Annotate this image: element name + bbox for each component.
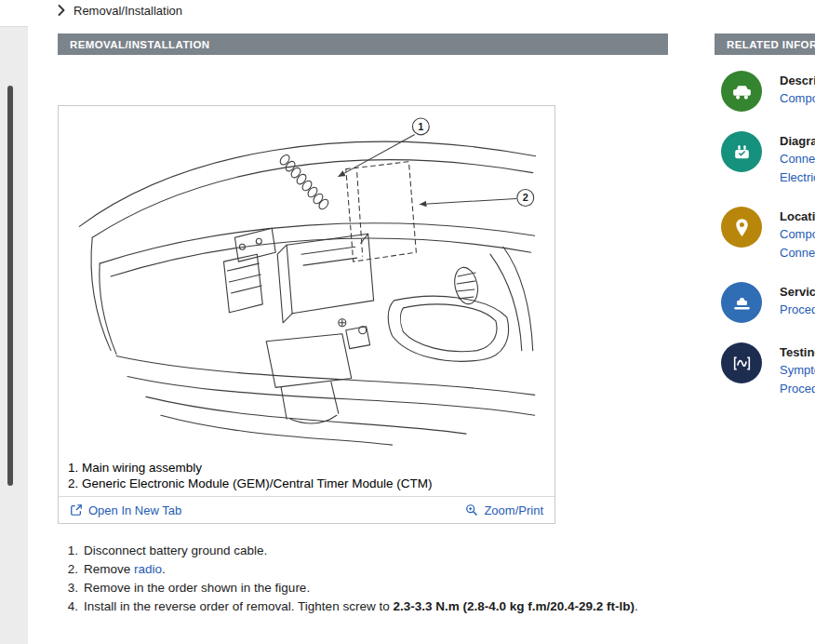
figure-caption-line-1: 1. Main wiring assembly: [68, 460, 545, 476]
related-link[interactable]: Electrical Diagrams: [780, 168, 815, 187]
step-number: 1.: [60, 542, 78, 560]
step-item: 3. Remove in the order shown in the figu…: [60, 579, 804, 597]
related-link[interactable]: Connector Locations: [780, 244, 815, 262]
related-link[interactable]: Procedures: [780, 301, 815, 319]
procedure-steps: 1. Disconnect battery ground cable. 2. R…: [60, 542, 804, 616]
waveform-icon[interactable]: [721, 342, 762, 383]
figure-footer: Open In New Tab Zoom/Print: [59, 496, 554, 523]
step-number: 3.: [60, 579, 78, 597]
zoom-print-link[interactable]: Zoom/Print: [465, 503, 543, 517]
related-title: Locations: [780, 208, 815, 225]
related-link[interactable]: Symptoms: [780, 361, 815, 380]
radio-link[interactable]: radio: [134, 562, 162, 576]
section-header-removal-installation: REMOVAL/INSTALLATION: [58, 34, 668, 55]
zoom-icon: [465, 503, 478, 517]
connector-icon[interactable]: [721, 131, 762, 172]
location-pin-icon[interactable]: [721, 207, 762, 248]
step-number: 4.: [60, 597, 78, 616]
breadcrumb-label[interactable]: Removal/Installation: [73, 4, 182, 18]
figure-caption: 1. Main wiring assembly 2. Generic Elect…: [59, 460, 554, 496]
related-link[interactable]: Connector Views: [780, 150, 815, 168]
vertical-scrollbar-thumb[interactable]: [7, 86, 13, 486]
related-title: Description: [780, 72, 815, 89]
open-in-new-tab-link[interactable]: Open In New Tab: [70, 503, 181, 517]
step-number: 2.: [60, 560, 78, 579]
step-item: 1. Disconnect battery ground cable.: [60, 542, 804, 560]
related-item-locations: Locations Component Locations Connector …: [721, 207, 815, 262]
torque-spec: 2.3-3.3 N.m (2.8-4.0 kg f.m/20.4-29.2 ft…: [393, 599, 635, 613]
zoom-print-label: Zoom/Print: [484, 503, 543, 517]
related-title: Diagrams: [780, 132, 815, 150]
step-text: Disconnect battery ground cable.: [84, 542, 267, 560]
related-link[interactable]: Procedures: [780, 380, 815, 398]
related-item-service: Service and Repair Procedures: [721, 282, 815, 323]
related-info-header: RELATED INFORMATION: [715, 34, 815, 55]
related-item-diagrams: Diagrams Connector Views Electrical Diag…: [721, 131, 815, 187]
related-item-testing: Testing Symptoms Procedures: [721, 342, 815, 398]
related-info-panel: Description Components Diagrams Connecto…: [721, 71, 815, 398]
related-link[interactable]: Component Locations: [780, 225, 815, 244]
step-text: Remove in the order shown in the figure.: [84, 579, 310, 597]
figure-illustration: 1 2: [59, 106, 554, 460]
related-item-description: Description Components: [721, 71, 815, 112]
step-item: 4. Install in the reverse order of remov…: [60, 597, 804, 616]
wiring-chain: [278, 154, 330, 211]
open-in-new-tab-icon: [70, 503, 83, 517]
step-text: Install in the reverse order of removal.…: [84, 597, 638, 616]
figure-caption-line-2: 2. Generic Electronic Module (GEM)/Centr…: [68, 476, 545, 491]
open-in-new-tab-label: Open In New Tab: [88, 503, 181, 517]
left-rail: [0, 26, 28, 644]
breadcrumb[interactable]: Removal/Installation: [58, 0, 182, 20]
callout-1-label: 1: [418, 121, 423, 132]
callout-2-label: 2: [523, 192, 528, 203]
chevron-right-icon: [58, 5, 65, 16]
service-lift-icon[interactable]: [721, 282, 762, 323]
related-link[interactable]: Components: [780, 89, 815, 108]
step-item: 2. Remove radio.: [60, 560, 804, 579]
related-title: Testing: [780, 343, 815, 361]
vehicle-icon[interactable]: [721, 71, 762, 112]
step-text: Remove radio.: [84, 560, 166, 579]
figure-panel: 1 2 1. Main wiring assembly 2. Generic E…: [58, 105, 555, 524]
related-title: Service and Repair: [780, 283, 815, 301]
